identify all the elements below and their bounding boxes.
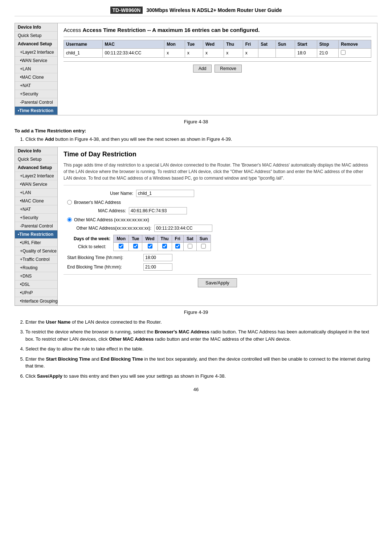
page-header: TD-W8960N 300Mbps Wireless N ADSL2+ Mode… <box>15 7 377 16</box>
sidebar39-item-upnp[interactable]: •UPnP <box>15 289 57 297</box>
sidebar-item-advancedsetup[interactable]: Advanced Setup <box>15 40 57 48</box>
checkbox-sun[interactable] <box>201 244 206 249</box>
sidebar-item-macclone[interactable]: •MAC Clone <box>15 73 57 82</box>
checkbox-thu[interactable] <box>162 244 167 249</box>
table-cell-1: 00:11:22:33:44:CC <box>102 49 164 58</box>
save-row: Save/Apply <box>64 274 371 287</box>
table-cell-7 <box>258 49 276 58</box>
step-6: Click Save/Apply to save this entry and … <box>25 373 377 380</box>
remove-button[interactable]: Remove <box>215 65 242 73</box>
sidebar39-item-dns[interactable]: +DNS <box>15 272 57 280</box>
table-cell-6: x <box>243 49 258 58</box>
end-time-input[interactable] <box>143 263 172 271</box>
remaining-steps: Enter the User Name of the LAN device co… <box>25 319 377 380</box>
add-button[interactable]: Add <box>193 65 212 73</box>
tod-content: Time of Day Restriction This page adds t… <box>58 147 377 305</box>
sidebar39-item-trafficcontrol[interactable]: +Traffic Control <box>15 255 57 264</box>
sidebar39-item-security[interactable]: +Security <box>15 214 57 222</box>
sidebar39-item-nat[interactable]: +NAT <box>15 205 57 214</box>
sidebar-item-nat[interactable]: +NAT <box>15 82 57 90</box>
col-header-start: Start <box>295 40 317 49</box>
sidebar39-item-wanservice[interactable]: •WAN Service <box>15 180 57 189</box>
day-checkbox-wed[interactable] <box>142 242 158 251</box>
sidebar39-item-deviceinfo[interactable]: Device Info <box>15 147 57 155</box>
sidebar39-item-layer2interface[interactable]: +Layer2 Interface <box>15 172 57 180</box>
sidebar39-item-qualityofservice[interactable]: +Quality of Service <box>15 247 57 255</box>
save-apply-button[interactable]: Save/Apply <box>198 278 237 287</box>
col-header-username: Username <box>64 40 103 49</box>
col-header-mac: MAC <box>102 40 164 49</box>
day-checkbox-tue[interactable] <box>129 242 142 251</box>
col-header-thu: Thu <box>224 40 243 49</box>
sidebar-item-layer2interface[interactable]: +Layer2 Interface <box>15 48 57 57</box>
day-checkbox-mon[interactable] <box>114 242 129 251</box>
sidebar39-item-routing[interactable]: +Routing <box>15 264 57 272</box>
step-5: Enter the Start Blocking Time and End Bl… <box>25 356 377 370</box>
step-4: Select the day to allow the rule to take… <box>25 345 377 353</box>
day-checkbox-sun[interactable] <box>196 242 211 251</box>
tod-title: Time of Day Restriction <box>64 151 371 158</box>
other-mac-option-label: Other MAC Address (xx:xx:xx:xx:xx:xx) <box>74 217 149 222</box>
mac-address-input[interactable] <box>129 207 187 214</box>
sidebar-item-quicksetup[interactable]: Quick Setup <box>15 32 57 40</box>
days-section: Days of the week:MonTueWedThuFriSatSunCl… <box>67 235 371 251</box>
time-restriction-table: UsernameMACMonTueWedThuFriSatSunStartSto… <box>64 40 371 58</box>
browsers-mac-radio[interactable] <box>67 200 72 205</box>
checkbox-tue[interactable] <box>133 244 138 249</box>
day-header-sun: Sun <box>196 235 211 242</box>
sidebar39-item-timerestriction[interactable]: •Time Restriction <box>15 230 57 239</box>
sidebar39-item-advancedsetup[interactable]: Advanced Setup <box>15 164 57 172</box>
sidebar-item-security[interactable]: +Security <box>15 90 57 98</box>
sidebar-item-parentalcontrol[interactable]: -Parental Control <box>15 98 57 107</box>
day-checkbox-fri[interactable] <box>172 242 183 251</box>
end-time-label: End Blocking Time (hh:mm): <box>67 264 143 270</box>
sidebar39-item-interfacegrouping[interactable]: •Interface Grouping <box>15 297 57 305</box>
table-row: child_100:11:22:33:44:CCxxxxx18:021:0 <box>64 49 371 58</box>
day-header-thu: Thu <box>158 235 172 242</box>
browsers-mac-radio-row: Browser's MAC Address <box>67 200 371 205</box>
other-mac-radio[interactable] <box>67 217 72 222</box>
table-cell-10: 21:0 <box>317 49 339 58</box>
day-header-tue: Tue <box>129 235 142 242</box>
tod-description: This page adds time of day restriction t… <box>64 162 371 185</box>
checkbox-wed[interactable] <box>148 244 152 249</box>
figure-39-panel: Device InfoQuick SetupAdvanced Setup+Lay… <box>15 147 377 306</box>
checkbox-fri[interactable] <box>175 244 180 249</box>
checkbox-mon[interactable] <box>119 244 123 249</box>
start-time-row: Start Blocking Time (hh:mm): <box>67 254 371 261</box>
other-mac-field-row: Other MAC Address(xx:xx:xx:xx:xx:xx): <box>71 225 371 232</box>
start-time-label: Start Blocking Time (hh:mm): <box>67 255 143 260</box>
day-checkbox-thu[interactable] <box>158 242 172 251</box>
sidebar-item-deviceinfo[interactable]: Device Info <box>15 23 57 32</box>
sidebar39-item-macclone[interactable]: •MAC Clone <box>15 197 57 205</box>
checkbox-sat[interactable] <box>188 244 192 249</box>
remove-checkbox[interactable] <box>341 50 346 55</box>
title-text-38: Access Time Restriction -- A maximum 16 … <box>83 27 260 33</box>
sidebar-item-timerestriction[interactable]: •Time Restriction <box>15 107 57 115</box>
sidebar-38: Device InfoQuick SetupAdvanced Setup+Lay… <box>15 23 58 115</box>
table-buttons: Add Remove <box>64 65 371 73</box>
sidebar39-item-dsl[interactable]: •DSL <box>15 280 57 289</box>
day-checkbox-sat[interactable] <box>183 242 196 251</box>
sidebar39-item-parentalcontrol[interactable]: -Parental Control <box>15 222 57 230</box>
other-mac-input[interactable] <box>154 225 212 232</box>
page-number: 46 <box>15 387 377 392</box>
end-time-row: End Blocking Time (hh:mm): <box>67 263 371 271</box>
start-time-input[interactable] <box>143 254 172 261</box>
figure-38-label: Figure 4-38 <box>15 119 377 124</box>
day-header-mon: Mon <box>114 235 129 242</box>
day-header-wed: Wed <box>142 235 158 242</box>
numbered-steps: Click the Add button in Figure 4-38, and… <box>25 136 377 143</box>
sidebar39-item-urlfilter[interactable]: •URL Filter <box>15 239 57 247</box>
days-table: Days of the week:MonTueWedThuFriSatSunCl… <box>71 235 211 251</box>
instruction-heading: To add a Time Restriction entry: <box>15 128 377 134</box>
username-input[interactable] <box>136 190 194 197</box>
sidebar39-item-lan[interactable]: +LAN <box>15 189 57 197</box>
col-header-fri: Fri <box>243 40 258 49</box>
sidebar-item-lan[interactable]: +LAN <box>15 65 57 73</box>
remove-checkbox-cell[interactable] <box>339 49 371 58</box>
table-cell-4: x <box>203 49 224 58</box>
col-header-stop: Stop <box>317 40 339 49</box>
sidebar-item-wanservice[interactable]: •WAN Service <box>15 57 57 65</box>
sidebar39-item-quicksetup[interactable]: Quick Setup <box>15 155 57 164</box>
